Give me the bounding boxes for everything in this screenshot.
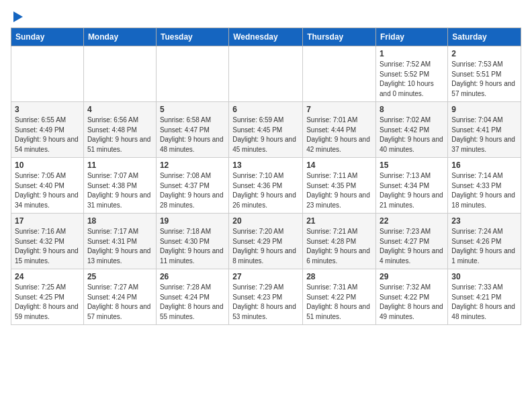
calendar-cell: 21Sunrise: 7:21 AM Sunset: 4:28 PM Dayli… [303, 214, 376, 269]
calendar-cell: 3Sunrise: 6:55 AM Sunset: 4:49 PM Daylig… [11, 102, 84, 158]
day-info: Sunrise: 7:16 AM Sunset: 4:32 PM Dayligh… [15, 227, 80, 266]
day-number: 7 [306, 105, 372, 114]
calendar-cell: 23Sunrise: 7:24 AM Sunset: 4:26 PM Dayli… [448, 214, 521, 269]
calendar-cell [229, 46, 303, 102]
calendar-day-header: Friday [376, 28, 448, 46]
day-number: 12 [160, 161, 225, 170]
day-number: 27 [232, 272, 299, 281]
day-number: 28 [306, 272, 372, 281]
day-info: Sunrise: 7:21 AM Sunset: 4:28 PM Dayligh… [306, 227, 372, 266]
day-number: 25 [87, 272, 152, 281]
calendar-week-row: 3Sunrise: 6:55 AM Sunset: 4:49 PM Daylig… [11, 102, 521, 158]
calendar-day-header: Thursday [303, 28, 376, 46]
calendar-day-header: Monday [83, 28, 156, 46]
day-info: Sunrise: 7:01 AM Sunset: 4:44 PM Dayligh… [306, 116, 372, 154]
calendar-cell: 1Sunrise: 7:52 AM Sunset: 5:52 PM Daylig… [376, 46, 448, 102]
day-info: Sunrise: 7:32 AM Sunset: 4:22 PM Dayligh… [380, 283, 444, 322]
day-number: 11 [87, 161, 152, 170]
calendar-cell: 4Sunrise: 6:56 AM Sunset: 4:48 PM Daylig… [83, 102, 156, 158]
day-number: 16 [451, 161, 517, 170]
page-header [11, 11, 521, 22]
day-info: Sunrise: 7:10 AM Sunset: 4:36 PM Dayligh… [232, 171, 299, 210]
day-number: 19 [160, 216, 225, 226]
day-info: Sunrise: 7:25 AM Sunset: 4:25 PM Dayligh… [15, 283, 80, 322]
day-info: Sunrise: 7:18 AM Sunset: 4:30 PM Dayligh… [160, 227, 225, 266]
calendar-body: 1Sunrise: 7:52 AM Sunset: 5:52 PM Daylig… [11, 46, 521, 325]
day-info: Sunrise: 7:17 AM Sunset: 4:31 PM Dayligh… [87, 227, 152, 266]
calendar-week-row: 10Sunrise: 7:05 AM Sunset: 4:40 PM Dayli… [11, 158, 521, 214]
calendar-cell: 16Sunrise: 7:14 AM Sunset: 4:33 PM Dayli… [448, 158, 521, 214]
logo [11, 11, 23, 22]
calendar-cell: 11Sunrise: 7:07 AM Sunset: 4:38 PM Dayli… [83, 158, 156, 214]
calendar-cell: 28Sunrise: 7:31 AM Sunset: 4:22 PM Dayli… [303, 269, 376, 325]
day-number: 8 [380, 105, 444, 114]
calendar-cell: 29Sunrise: 7:32 AM Sunset: 4:22 PM Dayli… [376, 269, 448, 325]
calendar-week-row: 1Sunrise: 7:52 AM Sunset: 5:52 PM Daylig… [11, 46, 521, 102]
day-info: Sunrise: 7:31 AM Sunset: 4:22 PM Dayligh… [306, 283, 372, 322]
day-number: 6 [232, 105, 299, 114]
calendar-cell: 27Sunrise: 7:29 AM Sunset: 4:23 PM Dayli… [229, 269, 303, 325]
calendar-cell: 19Sunrise: 7:18 AM Sunset: 4:30 PM Dayli… [156, 214, 228, 269]
day-info: Sunrise: 7:24 AM Sunset: 4:26 PM Dayligh… [451, 227, 517, 266]
day-info: Sunrise: 6:59 AM Sunset: 4:45 PM Dayligh… [232, 116, 299, 154]
calendar-cell: 9Sunrise: 7:04 AM Sunset: 4:41 PM Daylig… [448, 102, 521, 158]
day-info: Sunrise: 6:58 AM Sunset: 4:47 PM Dayligh… [160, 116, 225, 154]
calendar-cell: 7Sunrise: 7:01 AM Sunset: 4:44 PM Daylig… [303, 102, 376, 158]
day-number: 9 [451, 105, 517, 114]
day-number: 14 [306, 161, 372, 170]
logo-arrow-icon [13, 11, 23, 22]
day-number: 24 [15, 272, 80, 281]
day-info: Sunrise: 7:53 AM Sunset: 5:51 PM Dayligh… [451, 60, 517, 99]
day-number: 1 [380, 49, 444, 58]
day-number: 20 [232, 216, 299, 226]
day-info: Sunrise: 7:28 AM Sunset: 4:24 PM Dayligh… [160, 283, 225, 322]
day-info: Sunrise: 7:07 AM Sunset: 4:38 PM Dayligh… [87, 171, 152, 210]
day-info: Sunrise: 7:33 AM Sunset: 4:21 PM Dayligh… [451, 283, 517, 322]
calendar-day-header: Wednesday [229, 28, 303, 46]
day-info: Sunrise: 7:11 AM Sunset: 4:35 PM Dayligh… [306, 171, 372, 210]
calendar-day-header: Sunday [11, 28, 84, 46]
calendar-cell: 5Sunrise: 6:58 AM Sunset: 4:47 PM Daylig… [156, 102, 228, 158]
day-number: 22 [380, 216, 444, 226]
calendar-cell: 2Sunrise: 7:53 AM Sunset: 5:51 PM Daylig… [448, 46, 521, 102]
calendar-cell: 30Sunrise: 7:33 AM Sunset: 4:21 PM Dayli… [448, 269, 521, 325]
day-number: 17 [15, 216, 80, 226]
calendar-cell [303, 46, 376, 102]
calendar-cell: 6Sunrise: 6:59 AM Sunset: 4:45 PM Daylig… [229, 102, 303, 158]
day-info: Sunrise: 7:20 AM Sunset: 4:29 PM Dayligh… [232, 227, 299, 266]
day-number: 30 [451, 272, 517, 281]
calendar-week-row: 17Sunrise: 7:16 AM Sunset: 4:32 PM Dayli… [11, 214, 521, 269]
calendar-table: SundayMondayTuesdayWednesdayThursdayFrid… [11, 28, 521, 325]
day-number: 13 [232, 161, 299, 170]
calendar-cell [83, 46, 156, 102]
calendar-cell [11, 46, 84, 102]
day-info: Sunrise: 7:08 AM Sunset: 4:37 PM Dayligh… [160, 171, 225, 210]
calendar-cell: 17Sunrise: 7:16 AM Sunset: 4:32 PM Dayli… [11, 214, 84, 269]
calendar-cell: 20Sunrise: 7:20 AM Sunset: 4:29 PM Dayli… [229, 214, 303, 269]
calendar-cell [156, 46, 228, 102]
day-number: 18 [87, 216, 152, 226]
calendar-cell: 8Sunrise: 7:02 AM Sunset: 4:42 PM Daylig… [376, 102, 448, 158]
calendar-cell: 12Sunrise: 7:08 AM Sunset: 4:37 PM Dayli… [156, 158, 228, 214]
day-number: 29 [380, 272, 444, 281]
calendar-day-header: Saturday [448, 28, 521, 46]
calendar-cell: 10Sunrise: 7:05 AM Sunset: 4:40 PM Dayli… [11, 158, 84, 214]
day-info: Sunrise: 7:27 AM Sunset: 4:24 PM Dayligh… [87, 283, 152, 322]
calendar-cell: 15Sunrise: 7:13 AM Sunset: 4:34 PM Dayli… [376, 158, 448, 214]
calendar-week-row: 24Sunrise: 7:25 AM Sunset: 4:25 PM Dayli… [11, 269, 521, 325]
day-info: Sunrise: 7:14 AM Sunset: 4:33 PM Dayligh… [451, 171, 517, 210]
day-info: Sunrise: 7:02 AM Sunset: 4:42 PM Dayligh… [380, 116, 444, 154]
calendar-day-header: Tuesday [156, 28, 228, 46]
day-number: 2 [451, 49, 517, 58]
calendar-cell: 18Sunrise: 7:17 AM Sunset: 4:31 PM Dayli… [83, 214, 156, 269]
calendar-cell: 22Sunrise: 7:23 AM Sunset: 4:27 PM Dayli… [376, 214, 448, 269]
day-info: Sunrise: 7:23 AM Sunset: 4:27 PM Dayligh… [380, 227, 444, 266]
day-info: Sunrise: 7:52 AM Sunset: 5:52 PM Dayligh… [380, 60, 444, 99]
calendar-cell: 26Sunrise: 7:28 AM Sunset: 4:24 PM Dayli… [156, 269, 228, 325]
day-number: 4 [87, 105, 152, 114]
day-info: Sunrise: 7:29 AM Sunset: 4:23 PM Dayligh… [232, 283, 299, 322]
day-info: Sunrise: 6:56 AM Sunset: 4:48 PM Dayligh… [87, 116, 152, 154]
day-info: Sunrise: 7:04 AM Sunset: 4:41 PM Dayligh… [451, 116, 517, 154]
day-number: 3 [15, 105, 80, 114]
day-number: 5 [160, 105, 225, 114]
